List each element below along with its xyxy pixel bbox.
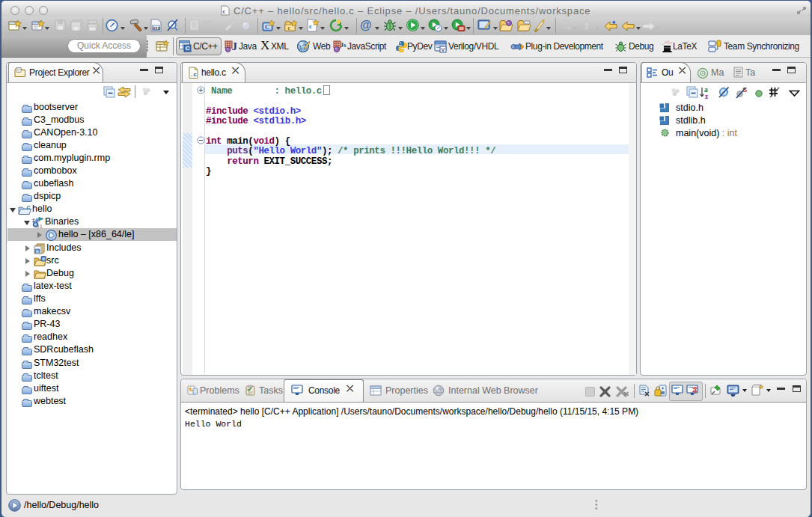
svg-text:V: V — [442, 47, 445, 52]
svg-text:010: 010 — [153, 26, 161, 31]
svg-text:C: C — [27, 205, 31, 210]
svg-text:c: c — [309, 22, 312, 30]
svg-text:z: z — [705, 93, 709, 100]
svg-text:C: C — [186, 45, 190, 52]
svg-text:Js: Js — [341, 41, 347, 49]
svg-text:C: C — [265, 23, 269, 31]
svg-text:.c: .c — [190, 71, 198, 78]
svg-text:J: J — [232, 40, 238, 52]
svg-text:c: c — [223, 7, 227, 15]
